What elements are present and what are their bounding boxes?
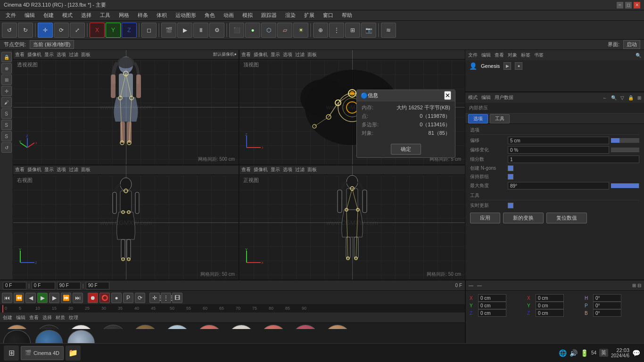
- light-btn[interactable]: ☀: [293, 23, 308, 38]
- view-mode[interactable]: 启动: [623, 40, 640, 49]
- menu-mesh[interactable]: 网格: [115, 11, 133, 20]
- menu-animate[interactable]: 动画: [220, 11, 238, 20]
- menu-extend[interactable]: 扩展: [300, 11, 318, 20]
- vp-front-tab-panel[interactable]: 面板: [307, 166, 317, 173]
- axis-z-btn[interactable]: Z: [122, 23, 137, 38]
- mat-item-6[interactable]: 5_Corne: [162, 325, 192, 329]
- info-confirm-btn[interactable]: 确定: [391, 144, 421, 155]
- menu-mograph[interactable]: 运动图形: [172, 11, 200, 20]
- obj-tab-tags[interactable]: 标签: [521, 52, 530, 58]
- prop-bias-slider[interactable]: [611, 138, 639, 143]
- start-button[interactable]: ⊞: [4, 346, 19, 361]
- props-expand-icon[interactable]: ⊞: [637, 95, 641, 100]
- vp-right-tab-opt[interactable]: 选项: [57, 166, 66, 173]
- props-newtransform-btn[interactable]: 新的变换: [503, 213, 544, 223]
- vp-front-tab-cam[interactable]: 摄像机: [254, 166, 268, 173]
- tl-btn-play[interactable]: ▶: [37, 293, 48, 303]
- tl-btn-next-key[interactable]: ⏩: [61, 293, 71, 303]
- menu-help[interactable]: 帮助: [338, 11, 356, 20]
- coord-y-input[interactable]: [478, 302, 506, 309]
- menu-file[interactable]: 文件: [2, 11, 20, 20]
- tl-btn-loop[interactable]: ⟳: [135, 293, 145, 303]
- tl-btn-next-frame[interactable]: ▶: [49, 293, 59, 303]
- menu-render[interactable]: 渲染: [281, 11, 299, 20]
- props-lock-icon[interactable]: 🔒: [628, 95, 634, 100]
- vp-right-tab-panel[interactable]: 面板: [81, 166, 91, 173]
- sidebar-sculpt[interactable]: S: [1, 108, 12, 119]
- sidebar-paint[interactable]: 🖌: [1, 97, 12, 107]
- array-btn[interactable]: ⋮: [329, 23, 344, 38]
- mat-item-8[interactable]: 4_Teeth: [226, 325, 256, 329]
- menu-create[interactable]: 创建: [40, 11, 58, 20]
- genesis-eye-btn[interactable]: ●: [515, 62, 522, 70]
- vp-right-tab-look[interactable]: 查看: [15, 166, 25, 173]
- menu-spline[interactable]: 样条: [134, 11, 152, 20]
- close-button[interactable]: ✕: [634, 2, 640, 8]
- coord-x-input[interactable]: [478, 294, 506, 302]
- mat-tab-view[interactable]: 查看: [29, 314, 39, 321]
- taskbar-explorer[interactable]: 📁: [66, 346, 81, 361]
- tl-btn-record[interactable]: ⏺: [88, 293, 98, 303]
- vp-top-tab-filter[interactable]: 过滤: [295, 51, 305, 58]
- viewport-right[interactable]: 查看 摄像机 显示 选项 过滤 面板 右视图: [13, 165, 239, 280]
- vp-persp-tab-cam[interactable]: 摄像机: [27, 51, 41, 58]
- props-search-icon[interactable]: 🔍: [611, 95, 617, 100]
- axis-x-btn[interactable]: X: [90, 23, 105, 38]
- viewport-front[interactable]: 查看 摄像机 显示 选项 过滤 面板 正视图: [239, 165, 465, 280]
- menu-edit[interactable]: 编辑: [21, 11, 39, 20]
- camera-btn[interactable]: 📷: [361, 23, 376, 38]
- tl-frame-end[interactable]: [57, 282, 81, 289]
- render-active-btn[interactable]: ▶: [177, 23, 192, 38]
- connect-btn[interactable]: ⊞: [345, 23, 360, 38]
- mat-item-10[interactable]: 4_Gums: [290, 325, 321, 329]
- viewport-perspective[interactable]: 查看 摄像机 显示 选项 过滤 面板 默认摄像机● 透视视图: [13, 50, 239, 165]
- sphere-btn[interactable]: ●: [245, 23, 260, 38]
- obj-tab-file[interactable]: 文件: [468, 52, 478, 58]
- prop-maxangle-input[interactable]: [508, 182, 609, 189]
- props-tab-edit[interactable]: 编辑: [481, 94, 491, 101]
- render-settings-btn[interactable]: ⚙: [209, 23, 224, 38]
- vp-persp-tab-disp[interactable]: 显示: [44, 51, 54, 58]
- render-region-btn[interactable]: 🎬: [161, 23, 176, 38]
- vp-persp-tab-opt[interactable]: 选项: [57, 51, 66, 58]
- prop-keepgroups-checkbox[interactable]: [508, 174, 513, 180]
- vp-top-tab-opt[interactable]: 选项: [283, 51, 292, 58]
- axis-y-btn[interactable]: Y: [106, 23, 121, 38]
- vp-front-tab-filter[interactable]: 过滤: [295, 166, 305, 173]
- redo-btn[interactable]: ↻: [18, 23, 33, 38]
- scale-btn[interactable]: ⤢: [70, 23, 85, 38]
- menu-simulate[interactable]: 模拟: [239, 11, 256, 20]
- vp-right-tab-cam[interactable]: 摄像机: [27, 166, 41, 173]
- mat-item-4[interactable]: 5_Pupil: [98, 325, 128, 329]
- coord-z-input[interactable]: [478, 309, 506, 317]
- coord-sz-input[interactable]: [536, 309, 564, 317]
- minimize-button[interactable]: −: [617, 2, 623, 8]
- maximize-button[interactable]: □: [625, 2, 632, 8]
- tl-btn-to-end[interactable]: ⏭: [73, 293, 83, 303]
- cylinder-btn[interactable]: ⬡: [261, 23, 276, 38]
- sidebar-grid[interactable]: ⊞: [1, 74, 12, 85]
- props-filter-icon[interactable]: ▽: [620, 95, 624, 100]
- coord-sx-input[interactable]: [536, 294, 564, 302]
- props-back-icon[interactable]: ←: [603, 95, 607, 100]
- tl-btn-autokey[interactable]: ⭕: [99, 293, 110, 303]
- coord-sy-input[interactable]: [536, 302, 564, 309]
- tl-btn-prev-key[interactable]: ⏪: [14, 293, 24, 303]
- sidebar-axis[interactable]: ⊕: [1, 63, 12, 74]
- taskbar-notification-icon[interactable]: 💬: [632, 349, 640, 357]
- move-btn[interactable]: ✛: [38, 23, 53, 38]
- tl-btn-curve[interactable]: ⋮⋮⋮: [161, 293, 171, 303]
- select-btn[interactable]: ◻: [141, 23, 157, 38]
- tl-frame-current[interactable]: [3, 282, 26, 289]
- plane-btn[interactable]: ▱: [277, 23, 292, 38]
- node-space-mode[interactable]: 当前 (标准/物理): [30, 40, 74, 49]
- tl-btn-key1[interactable]: ●: [111, 293, 122, 303]
- props-apply-btn[interactable]: 应用: [470, 213, 500, 223]
- genesis-label[interactable]: Genesis: [481, 63, 500, 69]
- vp-front-tab-disp[interactable]: 显示: [271, 166, 280, 173]
- render-all-btn[interactable]: ⏸: [193, 23, 208, 38]
- tl-btn-key2[interactable]: P: [123, 293, 133, 303]
- vp-top-tab-cam[interactable]: 摄像机: [254, 51, 268, 58]
- genesis-expand-btn[interactable]: ▶: [504, 62, 511, 70]
- menu-volume[interactable]: 体积: [153, 11, 171, 20]
